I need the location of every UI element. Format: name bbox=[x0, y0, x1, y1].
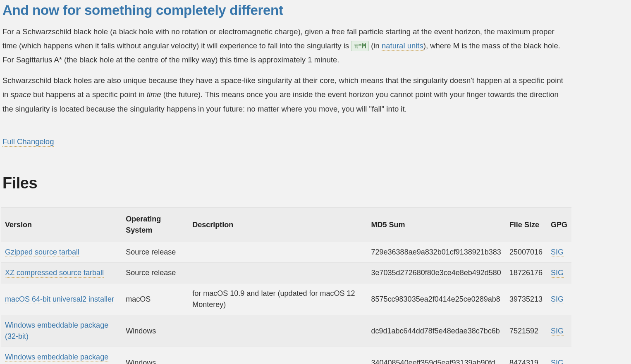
file-md5: 8575cc983035ea2f0414e25ce0289ab8 bbox=[367, 283, 505, 315]
col-size: File Size bbox=[505, 208, 547, 242]
file-size: 18726176 bbox=[505, 263, 547, 283]
col-gpg: GPG bbox=[547, 208, 571, 242]
file-md5: dc9d1abc644dd78f5e48edae38c7bc6b bbox=[367, 315, 505, 347]
code-pi-m: π*M bbox=[351, 41, 369, 51]
col-version: Version bbox=[1, 208, 122, 242]
gpg-sig-link[interactable]: SIG bbox=[551, 269, 564, 278]
file-size: 39735213 bbox=[505, 283, 547, 315]
file-description: for macOS 10.9 and later (updated for ma… bbox=[188, 283, 367, 315]
file-md5: 340408540eeff359d5eaf93139ab90fd bbox=[367, 347, 505, 364]
file-version-link[interactable]: Windows embeddable package (32-bit) bbox=[5, 321, 108, 341]
file-size: 8474319 bbox=[505, 347, 547, 364]
gpg-sig-link[interactable]: SIG bbox=[551, 295, 564, 304]
col-md5: MD5 Sum bbox=[367, 208, 505, 242]
table-row: XZ compressed source tarballSource relea… bbox=[1, 263, 571, 283]
file-os: Windows bbox=[122, 347, 188, 364]
file-md5: 729e36388ae9a832b01cf9138921b383 bbox=[367, 242, 505, 263]
text: (in bbox=[371, 41, 382, 50]
paragraph-blackhole-1: For a Schwarzschild black hole (a black … bbox=[2, 25, 570, 67]
file-md5: 3e7035d272680f80e3ce4e8eb492d580 bbox=[367, 263, 505, 283]
file-description bbox=[188, 347, 367, 364]
gpg-sig-link[interactable]: SIG bbox=[551, 359, 564, 364]
table-row: Gzipped source tarballSource release729e… bbox=[1, 242, 571, 263]
file-size: 7521592 bbox=[505, 315, 547, 347]
file-size: 25007016 bbox=[505, 242, 547, 263]
changelog-block: Full Changelog bbox=[2, 135, 570, 149]
file-os: Source release bbox=[122, 263, 188, 283]
table-row: Windows embeddable package (64-bit)Windo… bbox=[1, 347, 571, 364]
gpg-sig-link[interactable]: SIG bbox=[551, 248, 564, 257]
text: but hap­pens at a specific point in bbox=[31, 90, 147, 99]
files-heading: Files bbox=[2, 171, 570, 195]
full-changelog-link[interactable]: Full Changelog bbox=[2, 137, 54, 147]
file-version-link[interactable]: XZ compressed source tarball bbox=[5, 269, 104, 278]
col-description: Description bbox=[188, 208, 367, 242]
file-os: macOS bbox=[122, 283, 188, 315]
files-table: Version Operating System Description MD5… bbox=[1, 207, 571, 364]
section-heading: And now for something completely differe… bbox=[2, 0, 570, 21]
file-description bbox=[188, 242, 367, 263]
em-time: time bbox=[147, 90, 161, 99]
file-description bbox=[188, 315, 367, 347]
file-os: Windows bbox=[122, 315, 188, 347]
em-space: space bbox=[11, 90, 31, 99]
col-os: Operating System bbox=[122, 208, 188, 242]
table-row: macOS 64-bit universal2 installermacOSfo… bbox=[1, 283, 571, 315]
table-header-row: Version Operating System Description MD5… bbox=[1, 208, 571, 242]
table-row: Windows embeddable package (32-bit)Windo… bbox=[1, 315, 571, 347]
file-os: Source release bbox=[122, 242, 188, 263]
file-version-link[interactable]: Windows embeddable package (64-bit) bbox=[5, 353, 108, 364]
file-description bbox=[188, 263, 367, 283]
file-version-link[interactable]: Gzipped source tarball bbox=[5, 248, 79, 257]
natural-units-link[interactable]: natural units bbox=[382, 41, 423, 51]
gpg-sig-link[interactable]: SIG bbox=[551, 327, 564, 336]
paragraph-blackhole-2: Schwarzschild black holes are also uniqu… bbox=[2, 74, 570, 116]
file-version-link[interactable]: macOS 64-bit universal2 installer bbox=[5, 295, 114, 304]
